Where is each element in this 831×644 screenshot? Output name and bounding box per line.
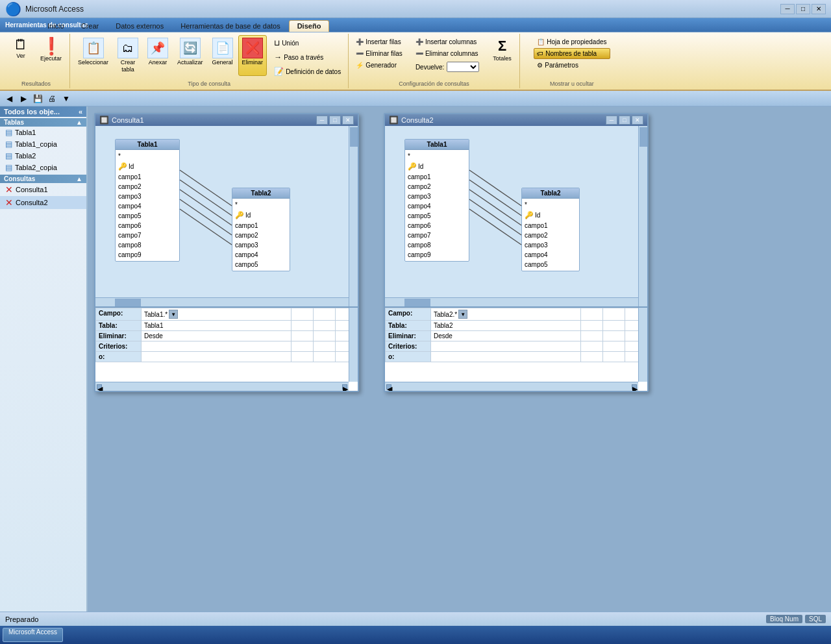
grid-criterios-col2[interactable] (291, 341, 313, 352)
grid-campo-dropdown[interactable]: ▼ (169, 310, 178, 319)
eliminar-filas-button[interactable]: ➖ Eliminar filas (353, 48, 406, 59)
seleccionar-button[interactable]: 📋 Seleccionar (74, 35, 112, 76)
grid-criterios-col3[interactable] (313, 341, 335, 352)
consulta2-diagram-hscroll-thumb[interactable] (404, 299, 430, 306)
grid2-criterios-col1[interactable] (431, 341, 581, 352)
consulta2-diagram-scrollbar-v[interactable] (638, 126, 647, 306)
nombres-tabla-button[interactable]: 🏷 Nombres de tabla (534, 48, 610, 59)
grid-o-col3[interactable] (313, 352, 335, 362)
grid-o-col1[interactable] (142, 352, 291, 362)
totales-button[interactable]: Σ Totales (489, 35, 515, 65)
crear-tabla-button[interactable]: 🗂 Creartabla (114, 35, 142, 76)
sidebar-item-tabla1[interactable]: ▤ Tabla1 (0, 127, 86, 138)
grid2-eliminar-col2[interactable] (580, 331, 602, 341)
qa-save-button[interactable]: 💾 (31, 92, 44, 105)
sidebar-item-tabla2[interactable]: ▤ Tabla2 (0, 150, 86, 162)
title-bar-controls[interactable]: ─ □ ✕ (780, 4, 826, 14)
grid2-campo-col1[interactable]: Tabla2.* ▼ (431, 308, 581, 321)
tab-herramientas-bd[interactable]: Herramientas de base de datos (172, 20, 288, 32)
definicion-button[interactable]: 📝 Definición de datos (271, 65, 344, 78)
actualizar-button[interactable]: 🔄 Actualizar (173, 35, 207, 76)
paso-button[interactable]: → Paso a través (271, 51, 344, 64)
consulta2-grid-nav-right[interactable]: ▶ (632, 384, 637, 390)
taskbar-access-button[interactable]: Microsoft Access (3, 628, 63, 642)
grid-tabla-col1[interactable]: Tabla1 (142, 321, 291, 331)
insertar-cols-button[interactable]: ➕ Insertar columnas (412, 36, 482, 47)
consulta1-minimize-button[interactable]: ─ (316, 116, 328, 125)
consulta1-restore-button[interactable]: □ (329, 116, 341, 125)
tab-inicio[interactable]: Inicio (39, 20, 73, 32)
grid-eliminar-col2[interactable] (291, 331, 313, 341)
grid2-tabla-col3[interactable] (602, 321, 625, 331)
grid-campo-col3[interactable] (313, 308, 335, 321)
qa-print-button[interactable]: 🖨 (45, 92, 58, 105)
qa-forward-button[interactable]: ▶ (17, 92, 30, 105)
grid2-campo-col3[interactable] (602, 308, 625, 321)
sidebar-collapse-icon[interactable]: « (79, 108, 82, 116)
general-button[interactable]: 📄 General (208, 35, 237, 76)
consulta2-title-bar[interactable]: 🔲 Consulta2 ─ □ ✕ (385, 114, 647, 126)
grid2-campo-dropdown[interactable]: ▼ (458, 310, 467, 319)
consultas-section-toggle[interactable]: ▲ (76, 175, 82, 182)
consulta1-grid-scrollbar-h[interactable]: ◀ ▶ (95, 382, 349, 391)
ver-button[interactable]: 🗒 Ver (6, 35, 35, 62)
consulta1-diagram-scroll-thumb[interactable] (350, 127, 358, 147)
sidebar-item-consulta2[interactable]: ✕ Consulta2 (0, 196, 86, 209)
minimize-button[interactable]: ─ (780, 4, 795, 14)
close-button[interactable]: ✕ (812, 4, 826, 14)
sidebar-item-tabla2-copia[interactable]: ▤ Tabla2_copia (0, 162, 86, 173)
consulta1-diagram-scrollbar-h[interactable] (95, 297, 349, 306)
consulta2-grid-scrollbar-h[interactable]: ◀ ▶ (385, 382, 638, 391)
consulta1-grid-nav-right[interactable]: ▶ (342, 384, 347, 390)
consulta2-restore-button[interactable]: □ (619, 116, 630, 125)
grid-eliminar-col1[interactable]: Desde (142, 331, 291, 341)
consulta2-grid-scrollbar-v[interactable] (638, 308, 647, 382)
consulta1-grid-nav-left[interactable]: ◀ (97, 384, 102, 390)
insertar-filas-button[interactable]: ➕ Insertar filas (353, 36, 406, 47)
tab-crear[interactable]: Crear (73, 20, 108, 32)
grid-tabla-col3[interactable] (313, 321, 335, 331)
grid-campo-col1[interactable]: Tabla1.* ▼ (142, 308, 291, 321)
grid2-tabla-col1[interactable]: Tabla2 (431, 321, 581, 331)
grid-criterios-col1[interactable] (142, 341, 291, 352)
grid2-o-col1[interactable] (431, 352, 581, 362)
grid2-eliminar-col1[interactable]: Desde (431, 331, 581, 341)
consulta2-diagram-scroll-thumb[interactable] (639, 127, 647, 147)
eliminar-button[interactable]: ❌ Eliminar (238, 35, 267, 76)
grid2-campo-col2[interactable] (580, 308, 602, 321)
grid2-eliminar-col3[interactable] (602, 331, 625, 341)
grid2-criterios-col2[interactable] (580, 341, 602, 352)
tablas-section-toggle[interactable]: ▲ (76, 119, 82, 126)
sidebar-item-consulta1[interactable]: ✕ Consulta1 (0, 183, 86, 196)
grid2-criterios-col3[interactable] (602, 341, 625, 352)
consulta1-close-button[interactable]: ✕ (342, 116, 354, 125)
eliminar-cols-button[interactable]: ➖ Eliminar columnas (412, 48, 482, 59)
sidebar-item-tabla1-copia[interactable]: ▤ Tabla1_copia (0, 138, 86, 150)
consulta2-grid-htrack[interactable] (393, 384, 630, 390)
tab-diseno[interactable]: Diseño (289, 20, 330, 32)
consulta1-title-bar[interactable]: 🔲 Consulta1 ─ □ ✕ (95, 114, 358, 126)
consulta2-close-button[interactable]: ✕ (632, 116, 643, 125)
parametros-button[interactable]: ⚙ Parámetros (534, 60, 610, 71)
consulta2-grid-nav-left[interactable]: ◀ (386, 384, 391, 390)
ejecutar-button[interactable]: ❗ Ejecutar (36, 35, 66, 65)
consulta2-diagram-scrollbar-h[interactable] (385, 297, 638, 306)
consulta1-diagram-scrollbar-v[interactable] (349, 126, 358, 306)
consulta1-diagram-hscroll-thumb[interactable] (115, 299, 141, 306)
grid-tabla-col2[interactable] (291, 321, 313, 331)
consulta2-minimize-button[interactable]: ─ (606, 116, 617, 125)
union-button[interactable]: ⊔ Unión (271, 36, 344, 49)
consulta1-grid-htrack[interactable] (103, 384, 341, 390)
generador-button[interactable]: ⚡ Generador (353, 60, 406, 71)
grid2-o-col2[interactable] (580, 352, 602, 362)
hoja-propiedades-button[interactable]: 📋 Hoja de propiedades (534, 36, 610, 47)
grid2-tabla-col2[interactable] (580, 321, 602, 331)
anexar-button[interactable]: 📌 Anexar (143, 35, 172, 76)
grid2-o-col3[interactable] (602, 352, 625, 362)
devuelve-select[interactable] (447, 62, 479, 72)
qa-back-button[interactable]: ◀ (3, 92, 16, 105)
grid-eliminar-col3[interactable] (313, 331, 335, 341)
grid-campo-col2[interactable] (291, 308, 313, 321)
consulta1-grid-scrollbar-v[interactable] (349, 308, 358, 382)
maximize-button[interactable]: □ (796, 4, 810, 14)
